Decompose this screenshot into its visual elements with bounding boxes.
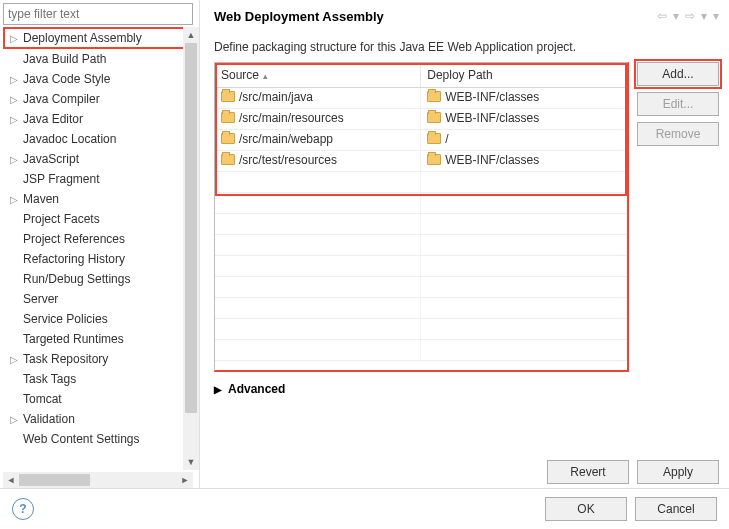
sidebar-item-validation[interactable]: ▷Validation (3, 409, 199, 429)
tree-indent: ▷ (7, 174, 21, 185)
scroll-down-icon[interactable]: ▼ (183, 454, 199, 470)
sidebar-item-project-references[interactable]: ▷Project References (3, 229, 199, 249)
tree-indent: ▷ (7, 234, 21, 245)
scroll-left-icon[interactable]: ◄ (3, 472, 19, 488)
cell-empty: . (215, 339, 421, 360)
cell-empty: . (215, 171, 421, 192)
nav-back-menu-icon[interactable]: ▾ (673, 9, 679, 23)
apply-button[interactable]: Apply (637, 460, 719, 484)
remove-button[interactable]: Remove (637, 122, 719, 146)
table-row[interactable]: /src/main/resourcesWEB-INF/classes (215, 108, 627, 129)
dialog-footer: ? OK Cancel (0, 488, 729, 529)
table-row[interactable]: /src/main/webapp/ (215, 129, 627, 150)
sidebar-item-task-repository[interactable]: ▷Task Repository (3, 349, 199, 369)
chevron-right-icon[interactable]: ▷ (7, 414, 21, 425)
sidebar-item-label: Javadoc Location (21, 132, 116, 146)
tree-indent: ▷ (7, 134, 21, 145)
cancel-button[interactable]: Cancel (635, 497, 717, 521)
sidebar-item-refactoring-history[interactable]: ▷Refactoring History (3, 249, 199, 269)
table-row-empty[interactable]: .. (215, 171, 627, 192)
table-row-empty[interactable]: .. (215, 213, 627, 234)
title-row: Web Deployment Assembly ⇦ ▾ ⇨ ▾ ▾ (214, 6, 719, 26)
sidebar-item-label: Run/Debug Settings (21, 272, 130, 286)
sidebar-item-run-debug-settings[interactable]: ▷Run/Debug Settings (3, 269, 199, 289)
cell-empty: . (421, 213, 627, 234)
table-row-empty[interactable]: .. (215, 339, 627, 360)
revert-button[interactable]: Revert (547, 460, 629, 484)
sidebar-item-tomcat[interactable]: ▷Tomcat (3, 389, 199, 409)
chevron-right-icon[interactable]: ▷ (7, 154, 21, 165)
chevron-right-icon[interactable]: ▷ (7, 194, 21, 205)
sidebar-item-label: Project References (21, 232, 125, 246)
sidebar-vscrollbar[interactable]: ▲▼ (183, 27, 199, 470)
cell-empty: . (421, 339, 627, 360)
sidebar-item-javascript[interactable]: ▷JavaScript (3, 149, 199, 169)
sidebar-item-label: JSP Fragment (21, 172, 99, 186)
nav-back-icon[interactable]: ⇦ (657, 9, 667, 23)
side-button-group: Add... Edit... Remove (637, 62, 719, 372)
view-menu-icon[interactable]: ▾ (713, 9, 719, 23)
edit-button[interactable]: Edit... (637, 92, 719, 116)
col-header-source[interactable]: Source▴ (215, 63, 421, 87)
source-path: /src/main/java (239, 90, 313, 104)
help-icon[interactable]: ? (12, 498, 34, 520)
table-row-empty[interactable]: .. (215, 234, 627, 255)
cell-empty: . (215, 192, 421, 213)
sidebar-item-web-content-settings[interactable]: ▷Web Content Settings (3, 429, 199, 449)
sidebar-item-task-tags[interactable]: ▷Task Tags (3, 369, 199, 389)
table-row-empty[interactable]: .. (215, 255, 627, 276)
tree-indent: ▷ (7, 54, 21, 65)
cell-empty: . (215, 318, 421, 339)
filter-input[interactable] (3, 3, 193, 25)
table-row-empty[interactable]: .. (215, 297, 627, 318)
category-sidebar: ▷Deployment Assembly▷Java Build Path▷Jav… (0, 0, 200, 488)
sidebar-item-java-compiler[interactable]: ▷Java Compiler (3, 89, 199, 109)
scroll-up-icon[interactable]: ▲ (183, 27, 199, 43)
chevron-right-icon[interactable]: ▷ (7, 354, 21, 365)
ok-button[interactable]: OK (545, 497, 627, 521)
chevron-right-icon[interactable]: ▷ (7, 114, 21, 125)
sidebar-item-deployment-assembly[interactable]: ▷Deployment Assembly (3, 27, 199, 49)
folder-icon (427, 91, 441, 102)
cell-empty: . (421, 192, 627, 213)
sidebar-item-project-facets[interactable]: ▷Project Facets (3, 209, 199, 229)
add-button[interactable]: Add... (637, 62, 719, 86)
scroll-track[interactable] (19, 474, 177, 486)
table-row-empty[interactable]: .. (215, 318, 627, 339)
sidebar-item-maven[interactable]: ▷Maven (3, 189, 199, 209)
sidebar-item-java-build-path[interactable]: ▷Java Build Path (3, 49, 199, 69)
cell-empty: . (421, 234, 627, 255)
chevron-right-icon[interactable]: ▷ (7, 33, 21, 44)
chevron-right-icon[interactable]: ▷ (7, 94, 21, 105)
table-row[interactable]: /src/main/javaWEB-INF/classes (215, 87, 627, 108)
expand-right-icon: ▶ (214, 384, 222, 395)
sidebar-item-java-code-style[interactable]: ▷Java Code Style (3, 69, 199, 89)
scroll-thumb[interactable] (185, 43, 197, 413)
tree-indent: ▷ (7, 294, 21, 305)
sidebar-item-targeted-runtimes[interactable]: ▷Targeted Runtimes (3, 329, 199, 349)
nav-forward-menu-icon[interactable]: ▾ (701, 9, 707, 23)
advanced-section-toggle[interactable]: ▶ Advanced (214, 382, 719, 396)
category-tree[interactable]: ▷Deployment Assembly▷Java Build Path▷Jav… (3, 27, 199, 470)
sidebar-item-service-policies[interactable]: ▷Service Policies (3, 309, 199, 329)
table-row-empty[interactable]: .. (215, 192, 627, 213)
sidebar-item-label: Deployment Assembly (21, 31, 142, 45)
assembly-table-container: Source▴ Deploy Path /src/main/javaWEB-IN… (214, 62, 629, 372)
scroll-right-icon[interactable]: ► (177, 472, 193, 488)
toolbar-nav: ⇦ ▾ ⇨ ▾ ▾ (657, 9, 719, 23)
sidebar-hscrollbar[interactable]: ◄ ► (3, 472, 193, 488)
scroll-thumb[interactable] (19, 474, 90, 486)
sidebar-item-javadoc-location[interactable]: ▷Javadoc Location (3, 129, 199, 149)
chevron-right-icon[interactable]: ▷ (7, 74, 21, 85)
scroll-track[interactable] (183, 43, 199, 454)
sidebar-item-java-editor[interactable]: ▷Java Editor (3, 109, 199, 129)
table-row[interactable]: /src/test/resourcesWEB-INF/classes (215, 150, 627, 171)
col-header-deploy[interactable]: Deploy Path (421, 63, 627, 87)
sidebar-item-jsp-fragment[interactable]: ▷JSP Fragment (3, 169, 199, 189)
assembly-table[interactable]: Source▴ Deploy Path /src/main/javaWEB-IN… (215, 63, 627, 361)
sidebar-item-server[interactable]: ▷Server (3, 289, 199, 309)
tree-indent: ▷ (7, 434, 21, 445)
table-row-empty[interactable]: .. (215, 276, 627, 297)
nav-forward-icon[interactable]: ⇨ (685, 9, 695, 23)
sidebar-item-label: Validation (21, 412, 75, 426)
